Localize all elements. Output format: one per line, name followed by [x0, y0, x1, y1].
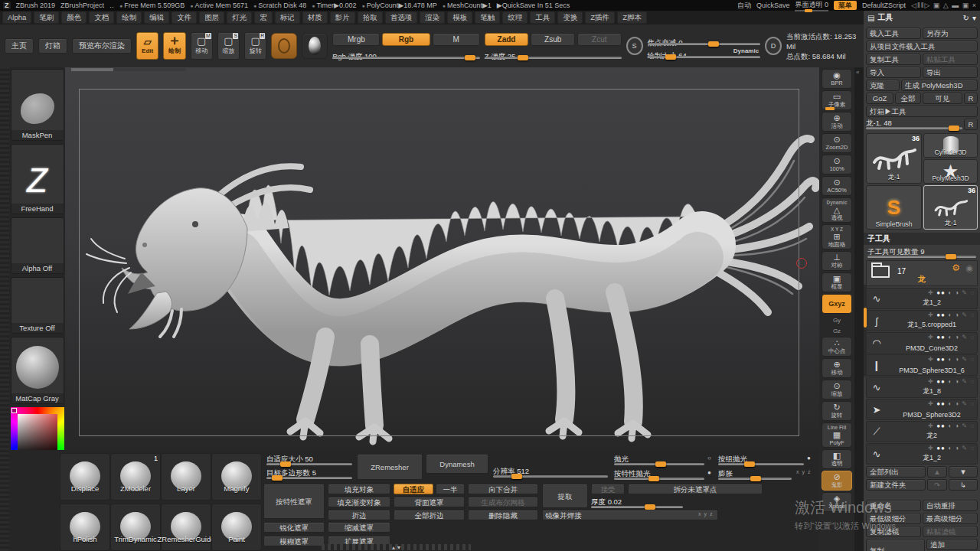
z-intensity-slider[interactable]: Z 强度 25	[485, 48, 622, 59]
subtool-visible-count-slider[interactable]: 子工具可见数量 9	[867, 247, 976, 258]
move-button[interactable]: M▢移动	[191, 32, 213, 60]
dynamic-label[interactable]: Dynamic	[733, 47, 759, 54]
load-from-project-button[interactable]: 从项目文件载入工具	[866, 41, 978, 52]
brush-preset[interactable]: Layer	[161, 453, 211, 500]
crease-all-button[interactable]: 全部折边	[394, 510, 465, 520]
dynamesh-button[interactable]: Dynamesh	[426, 454, 488, 474]
menu-item[interactable]: 首选项	[385, 11, 418, 24]
brush-preset[interactable]: Displace	[60, 453, 110, 500]
shelf-toggle-button[interactable]: ⊕ 移动	[822, 358, 852, 378]
mask-by-feature-button[interactable]: 按特性遮罩	[263, 484, 325, 519]
polish-slider[interactable]: 抛光	[614, 455, 704, 465]
brush-preset[interactable]: Paint	[211, 504, 262, 551]
menu-item[interactable]: 灯光	[227, 11, 252, 24]
bottom-tray-scrollbar[interactable]: ▲▼	[322, 544, 471, 550]
save-as-button[interactable]: 另存为	[923, 28, 978, 39]
zadd-button[interactable]: Zadd	[485, 33, 529, 46]
subtool-row[interactable]: ʃ ✚ ●● ◐ ◑ ✎ ◌ 龙1_5.cropped1	[866, 310, 978, 331]
inflate-slider[interactable]: 膨胀	[718, 469, 792, 480]
current-material-button[interactable]	[271, 33, 297, 59]
brush-preset[interactable]: hPolish	[60, 504, 110, 551]
quicksave-button[interactable]: QuickSave	[756, 2, 790, 9]
subtool-row-icons[interactable]: ✚ ●● ◐ ◑ ✎ ◌	[928, 356, 975, 363]
delete-hidden-button[interactable]: 删除隐藏	[468, 510, 538, 520]
tray-arrows-icon[interactable]: ▲▼	[391, 545, 402, 550]
subtool-row-icons[interactable]: ✚ ●● ◐ ◑ ✎ ◌	[928, 422, 975, 429]
menu-item[interactable]: 笔刷	[34, 11, 59, 24]
lightbox-button[interactable]: 灯箱	[38, 38, 67, 54]
blur-mask-button[interactable]: 模糊遮罩	[263, 536, 325, 546]
current-texture-button[interactable]: Texture Off	[11, 277, 64, 334]
export-button[interactable]: 导出	[923, 67, 978, 78]
tool-thumb-dragon[interactable]: 36 龙-1	[866, 133, 922, 184]
shelf-toggle-button[interactable]: ⊙ 缩放	[822, 380, 852, 399]
paste-filter-button[interactable]: 粘贴滤镜	[923, 526, 978, 537]
subtool-row[interactable]: ∿ ✚ ●● ◐ ◑ ✎ ◌ 龙1_2	[866, 443, 978, 465]
tool-r-button[interactable]: R	[964, 119, 978, 130]
shelf-toggle-button[interactable]: X Y Z ⊞ 地面格	[822, 224, 852, 249]
resolution-slider[interactable]: 分辨率 512	[493, 467, 608, 478]
menu-item[interactable]: 编辑	[144, 11, 169, 24]
window-controls[interactable]: ◁‖‖▷ ▣ △ ▬ ▣ ×	[911, 2, 977, 9]
project-name[interactable]: ZBrushProject	[60, 2, 104, 9]
shelf-toggle-button[interactable]: Dynamic △ 透视	[822, 197, 852, 223]
scale-button[interactable]: S▢缩放	[217, 32, 240, 60]
backface-mask-button[interactable]: 背面遮罩	[394, 497, 465, 507]
shrink-mask-button[interactable]: 缩减遮罩	[328, 522, 390, 533]
mirror-and-weld-button[interactable]: 镜像并焊接	[542, 510, 718, 520]
group-polish-slider[interactable]: 按组抛光	[718, 455, 804, 465]
group-polish-radio[interactable]: ●	[807, 455, 811, 461]
lowest-subdiv-button[interactable]: 最低级细分	[866, 513, 921, 524]
shelf-toggle-button[interactable]: Gy	[822, 315, 852, 324]
redo-arrow-button[interactable]: ↷	[927, 479, 947, 491]
folder-gear-icon[interactable]: ⚙	[952, 262, 960, 273]
subtool-row-icons[interactable]: ✚ ●● ◐ ◑ ✎ ◌	[928, 378, 975, 385]
stroke-s-icon[interactable]: S	[626, 37, 643, 55]
shelf-toggle-button[interactable]: ▣ 框显	[822, 272, 852, 292]
current-stroke-button[interactable]: Z FreeHand	[11, 144, 64, 214]
dynamic-d-icon[interactable]: D	[765, 37, 782, 55]
shelf-toggle-button[interactable]: ↻ 旋转	[822, 401, 852, 421]
highest-subdiv-button[interactable]: 最高级细分	[923, 513, 978, 524]
subtool-thumbnail[interactable]: ∿	[867, 377, 887, 397]
focal-shift-slider[interactable]: 焦点衰减 0	[648, 34, 761, 45]
make-polymesh3d-button[interactable]: 生成 PolyMesh3D	[901, 80, 978, 91]
auto-button[interactable]: 自动	[737, 1, 751, 11]
fill-object-button[interactable]: 填充对象	[328, 484, 390, 494]
active-tool-slider[interactable]: 龙-1. 48	[866, 119, 962, 129]
menu-item[interactable]: 宏	[254, 11, 273, 24]
preview-boolean-button[interactable]: 预览布尔渲染	[72, 38, 132, 54]
copy-tool-button[interactable]: 复制工具	[866, 54, 921, 65]
polish-radio[interactable]: ○	[707, 455, 711, 461]
goz-visible-button[interactable]: 可见	[923, 93, 962, 104]
shelf-toggle-button[interactable]: ⊙ 100%	[822, 155, 852, 174]
menu-item[interactable]: 变换	[557, 11, 583, 24]
subtool-row-icons[interactable]: ✚ ●● ◐ ◑ ✎ ◌	[928, 445, 975, 452]
shelf-toggle-button[interactable]: ◈ Xpose	[822, 492, 852, 512]
menu-item[interactable]: 工具	[530, 11, 555, 24]
rgb-intensity-slider[interactable]: Rgb 强度 100	[332, 48, 479, 59]
rotate-button[interactable]: R▢旋转	[244, 32, 266, 60]
extract-button[interactable]: 提取	[542, 484, 588, 508]
duplicate-button[interactable]: 复制	[866, 539, 925, 551]
menu-item[interactable]: Z脚本	[617, 11, 647, 24]
shelf-toggle-button[interactable]: ⊕ 活动	[822, 112, 852, 132]
brush-preset[interactable]: TrimDynamic	[110, 504, 161, 551]
menu-item[interactable]: 纹理	[502, 11, 528, 24]
fill-gradient-button[interactable]: 填充渐变对象	[328, 497, 390, 507]
subtool-thumbnail[interactable]: ➤	[867, 399, 887, 419]
lightbox-tool-button[interactable]: 灯箱▶工具	[866, 106, 978, 117]
move-down-button[interactable]: ▼	[949, 466, 978, 478]
goz-button[interactable]: GoZ	[866, 93, 893, 104]
shelf-toggle-button[interactable]: ⊙ AC50%	[822, 176, 852, 196]
feature-polish-radio[interactable]: ●	[707, 469, 711, 476]
tool-thumb-cylinder[interactable]: Cylinder3D	[923, 133, 978, 158]
feature-polish-slider[interactable]: 按特性抛光	[614, 469, 704, 480]
subtool-row[interactable]: ∿ ✚ ●● ◐ ◑ ✎ ◌ 龙1_2	[866, 288, 978, 309]
current-alpha-button[interactable]: Alpha Off	[11, 217, 64, 274]
shelf-toggle-button[interactable]: ◧ 透明	[822, 449, 852, 469]
menu-item[interactable]: 材质	[302, 11, 328, 24]
subtool-row[interactable]: ❙ ✚ ●● ◐ ◑ ✎ ◌ PM3D_Sphere3D1_6	[866, 354, 978, 376]
material-sphere-button[interactable]	[302, 33, 328, 59]
inflate-xyz-toggles[interactable]: x y z	[796, 469, 811, 474]
